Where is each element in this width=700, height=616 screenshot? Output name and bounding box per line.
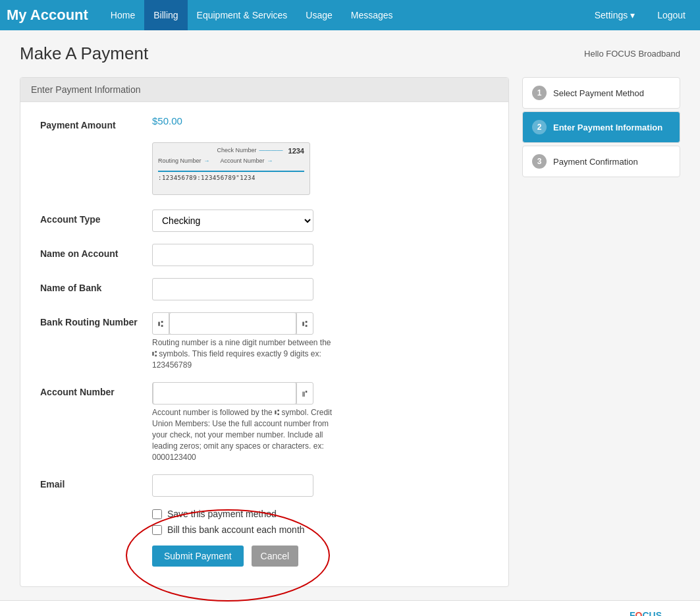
email-input[interactable]: [152, 474, 313, 497]
account-number-row: Account Number ⑈ Account number is follo…: [40, 382, 489, 462]
page-header: Make A Payment Hello FOCUS Broadband: [20, 43, 680, 64]
nav-links: Home Billing Equipment & Services Usage …: [101, 0, 587, 30]
step-3-badge: 3: [532, 154, 547, 169]
sidebar: 1 Select Payment Method 2 Enter Payment …: [522, 77, 680, 180]
nav-billing[interactable]: Billing: [144, 0, 187, 30]
bill-monthly-label: Bill this bank account each month: [167, 524, 305, 535]
account-number-input[interactable]: [153, 382, 296, 405]
main-layout: Enter Payment Information Payment Amount…: [20, 77, 680, 587]
sidebar-step-2[interactable]: 2 Enter Payment Information: [522, 111, 680, 143]
check-bottom-text: :123456789:123456789"1234: [158, 175, 256, 181]
email-label: Email: [40, 474, 152, 490]
account-number-label: Account Number: [40, 382, 152, 397]
step-1-badge: 1: [532, 86, 547, 100]
check-image-field: Check Number ———— 1234 Routing Number →: [152, 142, 489, 198]
save-payment-label: Save this payment method: [167, 509, 277, 519]
bill-monthly-checkbox[interactable]: [152, 525, 162, 535]
payment-amount-label: Payment Amount: [40, 115, 152, 130]
sidebar-step-3[interactable]: 3 Payment Confirmation: [522, 146, 680, 177]
nav-usage[interactable]: Usage: [296, 0, 341, 30]
save-payment-checkbox[interactable]: [152, 509, 162, 519]
payment-amount-row: Payment Amount $50.00: [40, 115, 489, 130]
checkbox-group: Save this payment method Bill this bank …: [152, 509, 489, 535]
form-panel-header: Enter Payment Information: [20, 78, 508, 102]
save-payment-row: Save this payment method: [152, 509, 489, 519]
step-2-label: Enter Payment Information: [553, 123, 662, 132]
email-field: [152, 474, 489, 497]
brand[interactable]: My Account: [7, 7, 88, 24]
routing-help-text: Routing number is a nine digit number be…: [152, 337, 337, 370]
account-label: Account Number: [221, 157, 265, 164]
nav-right: Settings ▾ Logout: [587, 0, 693, 30]
page-title: Make A Payment: [20, 43, 148, 64]
email-row: Email: [40, 474, 489, 497]
account-type-select[interactable]: Checking Savings: [152, 210, 313, 232]
name-of-bank-label: Name of Bank: [40, 278, 152, 293]
step-2-badge: 2: [532, 120, 547, 134]
routing-left-icon: ⑆: [153, 313, 169, 334]
cancel-button[interactable]: Cancel: [252, 546, 299, 567]
routing-label: Routing Number: [158, 157, 202, 164]
footer: © 2022 FOCUS Broadband. All rights reser…: [0, 600, 700, 616]
account-type-wrapper: Checking Savings: [152, 210, 313, 232]
routing-number-label: Bank Routing Number: [40, 312, 152, 327]
nav-home[interactable]: Home: [101, 0, 144, 30]
check-image-row: Check Number ———— 1234 Routing Number →: [40, 142, 489, 198]
name-of-bank-row: Name of Bank: [40, 278, 489, 300]
account-type-field: Checking Savings: [152, 210, 489, 232]
step-1-label: Select Payment Method: [553, 88, 644, 98]
routing-number-row: Bank Routing Number ⑆ ⑆ Routing number i…: [40, 312, 489, 370]
submit-area: Submit Payment Cancel: [152, 546, 489, 567]
check-number-val: 1234: [288, 147, 304, 155]
hello-text: Hello FOCUS Broadband: [584, 49, 680, 59]
form-panel: Enter Payment Information Payment Amount…: [20, 77, 509, 587]
routing-input-wrapper: ⑆ ⑆: [152, 312, 313, 335]
payment-amount-value: $50.00: [152, 111, 182, 126]
step-3-label: Payment Confirmation: [553, 157, 638, 167]
name-on-account-field: [152, 244, 489, 266]
submit-button[interactable]: Submit Payment: [152, 546, 244, 567]
nav-equipment[interactable]: Equipment & Services: [188, 0, 297, 30]
routing-right-icon: ⑆: [296, 313, 313, 334]
account-input-wrapper: ⑈: [152, 382, 313, 405]
account-type-label: Account Type: [40, 210, 152, 225]
payment-amount-field: $50.00: [152, 115, 489, 126]
check-image: Check Number ———— 1234 Routing Number →: [152, 142, 310, 195]
routing-number-field: ⑆ ⑆ Routing number is a nine digit numbe…: [152, 312, 489, 370]
name-on-account-label: Name on Account: [40, 244, 152, 259]
name-on-account-input[interactable]: [152, 244, 313, 266]
page-wrapper: Make A Payment Hello FOCUS Broadband Ent…: [0, 30, 700, 600]
name-on-account-row: Name on Account: [40, 244, 489, 266]
check-number-label: Check Number: [217, 147, 256, 155]
nav-messages[interactable]: Messages: [342, 0, 402, 30]
nav-logout[interactable]: Logout: [649, 0, 693, 30]
bill-monthly-row: Bill this bank account each month: [152, 524, 489, 535]
account-type-row: Account Type Checking Savings: [40, 210, 489, 232]
account-number-field: ⑈ Account number is followed by the ⑆ sy…: [152, 382, 489, 462]
form-body: Payment Amount $50.00 Check Number: [20, 102, 508, 586]
account-right-icon: ⑈: [296, 383, 313, 404]
sidebar-step-1[interactable]: 1 Select Payment Method: [522, 77, 680, 109]
routing-number-input[interactable]: [169, 312, 296, 335]
navbar: My Account Home Billing Equipment & Serv…: [0, 0, 700, 30]
nav-settings[interactable]: Settings ▾: [587, 0, 643, 30]
name-of-bank-input[interactable]: [152, 278, 313, 300]
name-of-bank-field: [152, 278, 489, 300]
footer-logo: FOCUS BROADBAND: [630, 610, 680, 616]
account-help-text: Account number is followed by the ⑆ symb…: [152, 407, 337, 462]
